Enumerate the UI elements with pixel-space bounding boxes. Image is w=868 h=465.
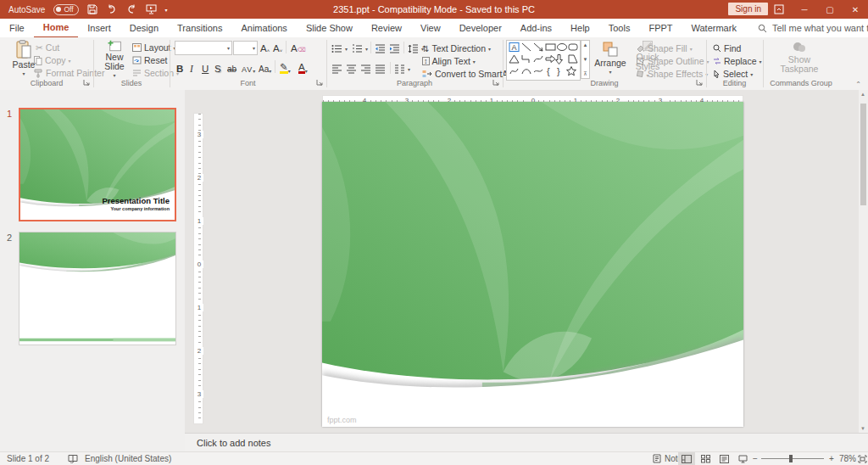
slide-indicator[interactable]: Slide 1 of 2 [7,452,49,465]
close-button[interactable]: ✕ [843,0,868,19]
numbering-button[interactable]: ▾ [352,42,368,54]
tab-slideshow[interactable]: Slide Show [297,19,362,37]
ribbon-display-options-icon[interactable] [766,0,792,19]
zoom-slider[interactable] [761,452,824,465]
italic-button[interactable]: I [190,62,193,74]
normal-view-button[interactable] [678,452,695,465]
svg-text:A: A [512,43,517,52]
new-slide-button[interactable]: New Slide ▾ [95,40,134,81]
drawing-dialog-launcher-icon[interactable] [696,79,704,87]
tab-fppt[interactable]: FPPT [639,19,682,37]
slide-thumbnail-2[interactable] [19,232,176,345]
slideshow-view-button[interactable] [734,452,751,465]
bold-button[interactable]: B [176,62,183,74]
align-left-button[interactable] [331,63,342,75]
undo-icon[interactable] [107,4,118,15]
tab-review[interactable]: Review [362,19,411,37]
copy-button[interactable]: Copy▾ [34,54,71,66]
character-spacing-button[interactable]: AV▾ [242,62,256,74]
font-size-combobox[interactable]: ▾ [233,41,258,55]
scrollbar-thumb[interactable] [860,104,866,205]
more-shapes-icon[interactable]: ⊼ [583,70,587,76]
redo-icon[interactable] [126,4,137,15]
underline-button[interactable]: U [202,62,209,74]
spellcheck-icon[interactable] [68,452,78,465]
highlight-color-button[interactable]: ✎▾ [280,62,291,74]
shapes-gallery-scrollbar[interactable]: ▲ ▼ ⊼ [581,40,590,79]
dropdown-arrow: ▾ [760,59,762,64]
shape-outline-button[interactable]: Shape Outline▾ [636,55,709,67]
reset-button[interactable]: Reset [132,54,167,66]
main-slide[interactable]: Presentation Title Your company informat… [322,102,743,427]
slide-sorter-view-button[interactable] [697,452,714,465]
font-name-combobox[interactable]: ▾ [175,41,232,55]
tab-tools[interactable]: Tools [599,19,640,37]
notes-pane[interactable]: Click to add notes [185,433,868,451]
text-direction-button[interactable]: ⇅ Text Direction▾ [422,42,491,54]
font-color-button[interactable]: A▾ [298,62,308,74]
zoom-out-button[interactable]: − [753,452,758,465]
change-case-button[interactable]: Aa▾ [259,62,271,74]
language-indicator[interactable]: English (United States) [85,452,171,465]
dropdown-arrow: ▾ [609,68,611,77]
align-center-button[interactable] [346,63,357,75]
tab-watermark[interactable]: Watermark [682,19,746,37]
shapes-gallery[interactable]: A [506,40,581,81]
justify-button[interactable] [375,63,386,75]
arrange-button[interactable]: Arrange ▾ [593,40,628,81]
reading-view-button[interactable] [715,452,732,465]
replace-button[interactable]: Replace▾ [713,55,762,67]
scroll-down-icon[interactable]: ▼ [860,426,865,431]
scroll-up-icon[interactable]: ▲ [860,92,865,97]
font-dialog-launcher-icon[interactable] [316,79,324,87]
tab-transitions[interactable]: Transitions [168,19,231,37]
clipboard-dialog-launcher-icon[interactable] [83,79,91,87]
tab-addins[interactable]: Add-ins [511,19,561,37]
fit-slide-to-window-button[interactable] [858,452,867,465]
clear-formatting-button[interactable]: A⌫ [291,42,306,53]
autosave-toggle[interactable]: Off [53,4,78,15]
tab-home[interactable]: Home [34,18,79,38]
paragraph-dialog-launcher-icon[interactable] [492,79,500,87]
start-slideshow-icon[interactable] [146,4,157,15]
scroll-down-icon[interactable]: ▼ [583,57,588,62]
sign-in-button[interactable]: Sign in [728,3,768,15]
vertical-ruler[interactable]: 3 2 1 0 1 2 3 [193,113,203,424]
columns-button[interactable]: ▾ [394,63,410,75]
tab-insert[interactable]: Insert [78,19,120,37]
decrease-indent-button[interactable] [375,42,386,54]
tell-me-search[interactable]: Tell me what you want to do [758,23,868,33]
zoom-level[interactable]: 78% [839,452,856,465]
shape-effects-button[interactable]: Shape Effects▾ [636,68,708,80]
vertical-scrollbar[interactable]: ▲ ▼ [859,90,868,433]
collapse-ribbon-icon[interactable]: ⌃ [855,81,861,88]
select-button[interactable]: Select▾ [713,68,753,80]
tab-animations[interactable]: Animations [231,19,296,37]
tab-help[interactable]: Help [561,19,599,37]
scroll-up-icon[interactable]: ▲ [583,42,588,48]
strikethrough-button[interactable]: ab [227,62,236,74]
text-shadow-button[interactable]: S [214,62,221,74]
shape-fill-button[interactable]: Shape Fill▾ [636,42,693,54]
slide-thumbnail-1[interactable]: Presentation Title Your company informat… [19,108,176,221]
increase-indent-button[interactable] [389,42,400,54]
tab-view[interactable]: View [411,19,450,37]
cut-button[interactable]: ✂Cut [36,42,59,53]
zoom-in-button[interactable]: + [829,452,834,465]
bullets-button[interactable]: ▾ [331,42,348,54]
minimize-button[interactable]: ─ [792,0,817,19]
tab-developer[interactable]: Developer [450,19,511,37]
show-taskpane-button[interactable]: Show Taskpane [780,40,819,81]
customize-qat-icon[interactable]: ▾ [165,7,168,13]
replace-icon [713,57,721,65]
align-text-button[interactable]: ↕ Align Text▾ [422,55,476,67]
zoom-slider-thumb[interactable] [789,455,793,462]
save-icon[interactable] [87,4,98,15]
find-button[interactable]: Find [713,42,741,54]
grow-font-button[interactable]: A˄ [260,42,270,53]
tab-file[interactable]: File [0,19,34,37]
tab-design[interactable]: Design [120,19,168,37]
align-right-button[interactable] [360,63,371,75]
shrink-font-button[interactable]: A˅ [273,42,282,53]
maximize-button[interactable]: ▢ [817,0,843,19]
